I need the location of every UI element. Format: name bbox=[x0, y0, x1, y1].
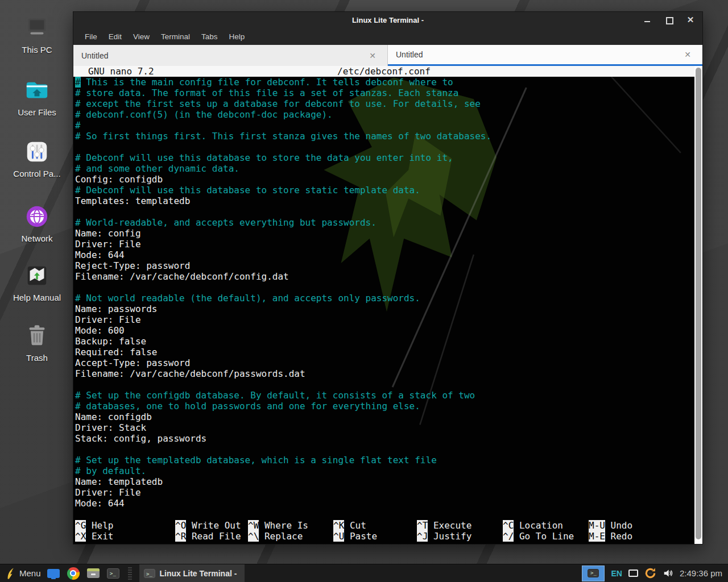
nano-line: # by default. bbox=[75, 465, 694, 476]
tab-close-icon[interactable]: ✕ bbox=[681, 49, 694, 60]
nano-shortcut[interactable]: ^T Execute bbox=[417, 520, 471, 531]
shortcut-label: Replace bbox=[259, 531, 303, 542]
shortcut-key: M-U bbox=[589, 520, 605, 531]
desktop-icon-trash[interactable]: Trash bbox=[0, 323, 74, 363]
nano-line: Name: config bbox=[75, 228, 694, 239]
menu-view[interactable]: View bbox=[127, 30, 155, 43]
nano-line: Reject-Type: password bbox=[75, 260, 694, 271]
desktop-icon-user-files[interactable]: User Files bbox=[0, 77, 74, 117]
shortcut-label: Exit bbox=[86, 531, 113, 542]
shortcut-row-2: ^X Exit^R Read File^\ Replace^U Paste^J … bbox=[73, 531, 694, 542]
close-icon[interactable]: ✕ bbox=[686, 16, 694, 24]
nano-shortcut[interactable]: ^X Exit bbox=[75, 531, 113, 542]
shortcut-row-1: ^G Help^O Write Out^W Where Is^K Cut^T E… bbox=[73, 520, 694, 531]
desktop-icon-label: Help Manual bbox=[13, 293, 61, 302]
nano-line: Driver: Stack bbox=[75, 422, 694, 433]
tab-bar: Untitled ✕ Untitled ✕ bbox=[73, 45, 702, 66]
desktop-icon-network[interactable]: Network bbox=[0, 203, 74, 243]
nano-line: Name: templatedb bbox=[75, 476, 694, 487]
help-manual-icon bbox=[24, 263, 50, 289]
nano-line: # This is the main config file for debco… bbox=[75, 77, 694, 88]
nano-shortcut-bar: ^G Help^O Write Out^W Where Is^K Cut^T E… bbox=[73, 520, 694, 542]
menu-file[interactable]: File bbox=[79, 30, 103, 43]
display-icon[interactable] bbox=[628, 569, 638, 577]
launcher-file-manager[interactable] bbox=[46, 566, 61, 581]
nano-line: Mode: 600 bbox=[75, 325, 694, 336]
desktop-icon-this-pc[interactable]: This PC bbox=[0, 15, 74, 55]
nano-editor[interactable]: GNU nano 7.2 /etc/debconf.conf # This is… bbox=[73, 66, 694, 544]
nano-line: # databases, one to hold passwords and o… bbox=[75, 401, 694, 411]
menu-tabs[interactable]: Tabs bbox=[196, 30, 224, 43]
nano-shortcut[interactable]: ^R Read File bbox=[175, 531, 241, 542]
nano-line: Name: passwords bbox=[75, 304, 694, 314]
taskbar: Menu >_ >_ Linux Lite Terminal - >_ EN bbox=[0, 564, 728, 582]
menu-terminal[interactable]: Terminal bbox=[155, 30, 196, 43]
shortcut-key: ^J bbox=[417, 531, 428, 542]
terminal-icon: >_ bbox=[144, 569, 155, 578]
keyboard-layout-indicator[interactable]: EN bbox=[611, 569, 622, 578]
scrollbar-track[interactable] bbox=[694, 66, 702, 544]
nano-line: # Set up the configdb database. By defau… bbox=[75, 390, 694, 401]
computer-icon bbox=[24, 15, 50, 41]
nano-line bbox=[75, 379, 694, 390]
nano-shortcut[interactable]: ^C Location bbox=[503, 520, 563, 531]
nano-buffer[interactable]: # This is the main config file for debco… bbox=[73, 77, 694, 509]
shortcut-key: ^T bbox=[417, 520, 428, 531]
nano-shortcut[interactable]: ^J Justify bbox=[417, 531, 471, 542]
menu-button[interactable]: Menu bbox=[5, 567, 41, 580]
desktop-icon-help-manual[interactable]: Help Manual bbox=[0, 263, 74, 302]
nano-shortcut[interactable]: ^G Help bbox=[75, 520, 113, 531]
launcher-chrome[interactable] bbox=[66, 566, 81, 581]
shortcut-key: M-E bbox=[589, 531, 605, 542]
nano-line: # and some other dynamic data. bbox=[75, 163, 694, 174]
shortcut-label: Help bbox=[86, 520, 113, 531]
nano-shortcut[interactable]: M-U Undo bbox=[589, 520, 632, 531]
window-titlebar[interactable]: Linux Lite Terminal - ✕ bbox=[73, 12, 702, 28]
tab-label: Untitled bbox=[81, 51, 108, 60]
launcher-terminal[interactable]: >_ bbox=[106, 566, 121, 581]
archive-icon bbox=[87, 568, 100, 578]
nano-shortcut[interactable]: ^K Cut bbox=[333, 520, 366, 531]
minimize-icon[interactable] bbox=[643, 16, 651, 24]
task-button-terminal[interactable]: >_ Linux Lite Terminal - bbox=[139, 564, 245, 582]
nano-shortcut[interactable]: ^\ Replace bbox=[248, 531, 303, 542]
scrollbar-thumb[interactable] bbox=[696, 68, 701, 539]
desktop-icon-label: Trash bbox=[26, 353, 48, 363]
taskbar-separator[interactable] bbox=[128, 567, 132, 580]
terminal-icon: >_ bbox=[588, 569, 599, 577]
shortcut-label: Paste bbox=[344, 531, 377, 542]
home-folder-icon bbox=[24, 77, 50, 103]
nano-shortcut[interactable]: ^/ Go To Line bbox=[503, 531, 574, 542]
tab-untitled-1[interactable]: Untitled ✕ bbox=[73, 45, 388, 66]
shortcut-key: ^R bbox=[175, 531, 186, 542]
shortcut-key: ^G bbox=[75, 520, 86, 531]
nano-line: # Set up the templatedb database, which … bbox=[75, 455, 694, 465]
clock: 2:49:36 pm bbox=[680, 568, 722, 578]
nano-line: Name: configdb bbox=[75, 411, 694, 422]
system-tray: >_ EN 2:49:36 pm bbox=[582, 566, 728, 581]
nano-line: Mode: 644 bbox=[75, 250, 694, 260]
nano-line: Stack: config, passwords bbox=[75, 433, 694, 444]
shortcut-key: ^U bbox=[333, 531, 344, 542]
tray-focused-app[interactable]: >_ bbox=[582, 566, 605, 581]
nano-shortcut[interactable]: M-E Redo bbox=[589, 531, 632, 542]
nano-shortcut[interactable]: ^U Paste bbox=[333, 531, 377, 542]
nano-line: Accept-Type: password bbox=[75, 357, 694, 368]
speaker-icon[interactable] bbox=[663, 568, 673, 579]
maximize-icon[interactable] bbox=[665, 16, 673, 24]
menu-edit[interactable]: Edit bbox=[103, 30, 127, 43]
nano-shortcut[interactable]: ^W Where Is bbox=[248, 520, 308, 531]
desktop-icon-label: Control Pa... bbox=[13, 169, 60, 178]
nano-shortcut[interactable]: ^O Write Out bbox=[175, 520, 241, 531]
nano-line: Driver: File bbox=[75, 239, 694, 250]
shortcut-key: ^C bbox=[503, 520, 514, 531]
window-title: Linux Lite Terminal - bbox=[352, 16, 424, 24]
file-manager-icon bbox=[47, 569, 60, 578]
updates-refresh-icon[interactable] bbox=[644, 567, 656, 579]
tab-untitled-2[interactable]: Untitled ✕ bbox=[388, 45, 702, 66]
tab-close-icon[interactable]: ✕ bbox=[366, 50, 379, 61]
desktop-icon-control-panel[interactable]: Control Pa... bbox=[0, 139, 74, 178]
launcher-archive[interactable] bbox=[86, 566, 101, 581]
shortcut-key: ^O bbox=[175, 520, 186, 531]
menu-help[interactable]: Help bbox=[224, 30, 251, 43]
